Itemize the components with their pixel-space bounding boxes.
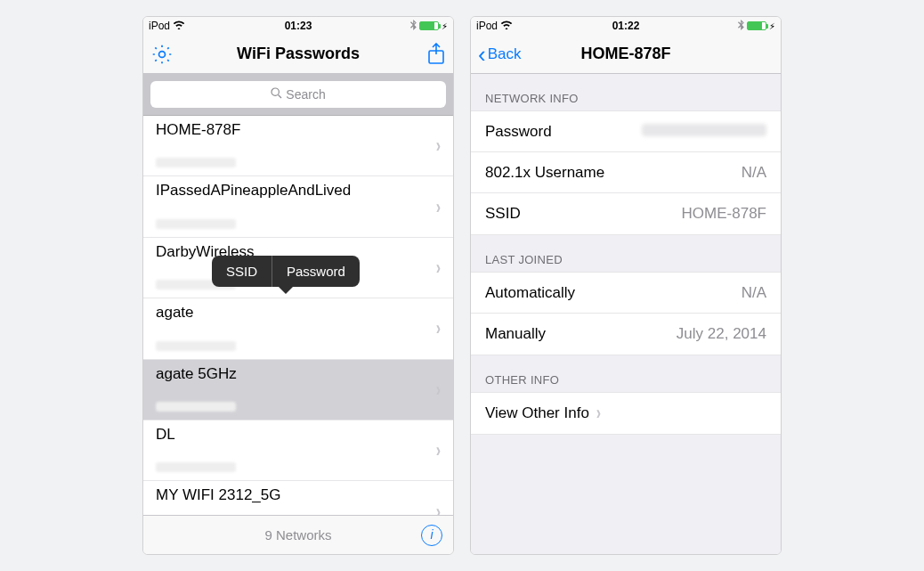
network-password-preview [156,341,236,351]
network-password-preview [156,402,236,412]
row-ssid[interactable]: SSID HOME-878F [471,193,781,234]
network-row[interactable]: agate 5GHz› [143,360,453,420]
svg-point-2 [272,88,279,95]
status-time: 01:22 [471,20,781,32]
section-header-other-info: OTHER INFO [471,355,781,392]
network-row[interactable]: DL› [143,420,453,481]
chevron-right-icon: › [436,501,441,515]
network-ssid: MY WIFI 2312_5G [156,486,436,504]
group-last-joined: Automatically N/A Manually July 22, 2014 [471,272,781,355]
group-other-info: View Other Info › [471,392,781,435]
username-label: 802.1x Username [485,164,604,182]
network-password-preview [156,158,236,167]
network-password-preview [156,462,236,472]
copy-ssid-button[interactable]: SSID [212,256,272,287]
row-username[interactable]: 802.1x Username N/A [471,152,781,193]
network-row[interactable]: MY WIFI 2312_5G› [143,481,453,515]
view-other-label: View Other Info [485,404,589,422]
network-count: 9 Networks [143,527,453,542]
network-row[interactable]: IPassedAPineappleAndLived› [143,176,453,237]
network-row[interactable]: HOME-878F› [143,116,453,176]
battery-icon [419,21,439,30]
nav-bar: ‹ Back HOME-878F [471,35,781,74]
manual-label: Manually [485,325,546,343]
network-ssid: agate [156,304,436,322]
status-bar: iPod 01:22 ⚡︎ [471,17,781,35]
search-placeholder: Search [286,87,325,102]
username-value: N/A [742,164,766,182]
share-icon[interactable] [426,43,446,66]
status-bar: iPod 01:23 ⚡︎ [143,17,453,35]
nav-bar: WiFi Passwords [143,35,453,74]
network-row[interactable]: agate› [143,298,453,359]
search-input[interactable]: Search [150,81,446,108]
back-label: Back [488,45,522,63]
chevron-right-icon: › [436,318,441,340]
phone-list-screen: iPod 01:23 ⚡︎ WiFi Passwords [142,16,454,555]
chevron-right-icon: › [436,135,441,158]
footer-bar: 9 Networks i [143,515,453,554]
chevron-right-icon: › [436,257,441,279]
nav-title: WiFi Passwords [143,45,453,63]
row-auto[interactable]: Automatically N/A [471,273,781,314]
ssid-value: HOME-878F [682,205,766,223]
phone-detail-screen: iPod 01:22 ⚡︎ ‹ Back HOME-878F NETWORK I… [470,16,782,555]
network-list[interactable]: HOME-878F›IPassedAPineappleAndLived›Darb… [143,116,453,515]
search-bar: Search [143,74,453,116]
manual-value: July 22, 2014 [677,325,766,343]
row-manual[interactable]: Manually July 22, 2014 [471,314,781,355]
copy-password-button[interactable]: Password [272,256,360,287]
group-network-info: Password 802.1x Username N/A SSID HOME-8… [471,110,781,235]
chevron-right-icon: › [596,402,601,424]
back-button[interactable]: ‹ Back [478,43,521,66]
chevron-right-icon: › [436,196,441,218]
chevron-left-icon: ‹ [478,43,486,66]
battery-icon [747,21,766,30]
network-password-preview [156,219,236,229]
chevron-right-icon: › [436,379,441,401]
copy-menu: SSID Password [212,256,360,287]
status-time: 01:23 [143,20,453,32]
auto-value: N/A [742,284,766,302]
network-ssid: HOME-878F [156,121,436,139]
auto-label: Automatically [485,284,575,302]
network-ssid: IPassedAPineappleAndLived [156,182,436,200]
row-password[interactable]: Password [471,111,781,152]
svg-point-0 [159,51,166,57]
network-ssid: agate 5GHz [156,365,436,383]
svg-line-3 [279,95,282,99]
detail-body: NETWORK INFO Password 802.1x Username N/… [471,74,781,554]
password-label: Password [485,123,552,141]
section-header-network-info: NETWORK INFO [471,74,781,110]
network-ssid: DL [156,426,436,444]
section-header-last-joined: LAST JOINED [471,235,781,272]
ssid-label: SSID [485,205,521,223]
row-view-other[interactable]: View Other Info › [471,393,781,434]
gear-icon[interactable] [150,43,174,66]
chevron-right-icon: › [436,440,441,462]
password-value [642,123,766,141]
search-icon [271,87,282,102]
